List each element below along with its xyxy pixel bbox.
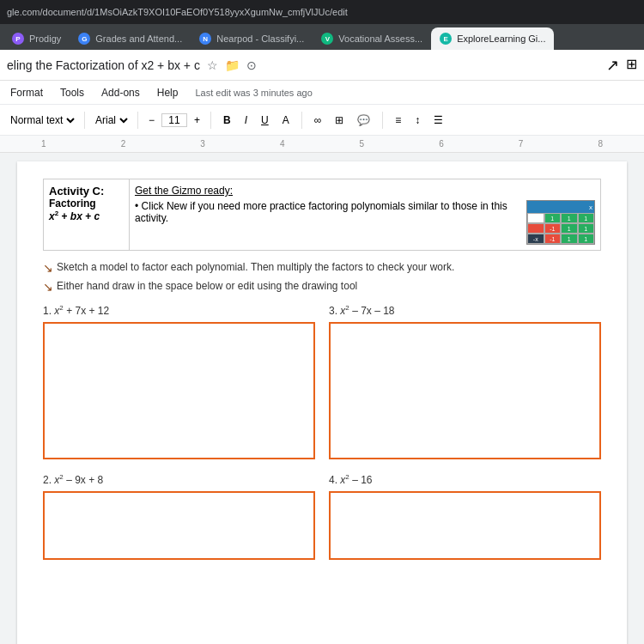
arrow-icon-1: ↘	[43, 261, 53, 275]
arrow-icon-2: ↘	[43, 280, 53, 294]
folder-icon[interactable]: 📁	[225, 58, 240, 72]
ruler-mark-7: 7	[519, 139, 524, 149]
tab-icon-explore: E	[440, 33, 452, 45]
font-select[interactable]: Arial	[92, 113, 131, 127]
gizmo-cell-2: 1	[544, 213, 562, 223]
gizmo-grid: 1 1 1 -1 1 1 -x -1 1	[527, 213, 594, 244]
tab-label-explore: ExploreLearning Gi...	[457, 33, 545, 44]
grid-icon[interactable]: ⊞	[626, 56, 637, 75]
font-increase-btn[interactable]: +	[191, 112, 204, 128]
problem-4-number: 4.	[329, 474, 337, 486]
problems-grid: 1. x2 + 7x + 12 3. x2 – 7x – 18	[43, 304, 601, 560]
tab-vocational[interactable]: V Vocational Assess...	[313, 27, 431, 50]
activity-instructions-cell: Get the Gizmo ready: • Click New if you …	[130, 179, 601, 251]
activity-subtitle: Factoring x2 + bx + c	[49, 197, 124, 222]
problem-4-label: 4. x2 – 16	[329, 473, 601, 486]
problem-2-box[interactable]	[43, 491, 315, 560]
bullet-icon: •	[135, 200, 142, 212]
problem-4-box[interactable]	[329, 491, 601, 560]
instruction-1-text: Sketch a model to factor each polynomial…	[57, 261, 454, 273]
text-style-select[interactable]: Normal text	[7, 113, 77, 127]
gizmo-cell-11: 1	[561, 234, 578, 244]
gizmo-image: x 1 1 1 -1 1 1	[526, 200, 595, 245]
gizmo-header: x	[527, 201, 594, 213]
ruler-mark-5: 5	[360, 139, 365, 149]
problem-3-number: 3.	[329, 305, 337, 317]
ruler-inner: 1 2 3 4 5 6 7 8	[7, 139, 637, 149]
tab-prodigy[interactable]: P Prodigy	[3, 27, 70, 50]
tab-nearpod[interactable]: N Nearpod - Classifyi...	[191, 27, 313, 50]
doc-title: eling the Factorization of x2 + bx + c	[7, 58, 200, 72]
tabs-bar: P Prodigy G Grades and Attend... N Nearp…	[0, 24, 644, 50]
doc-content: Activity C: Factoring x2 + bx + c Get th…	[0, 153, 644, 644]
italic-button[interactable]: I	[240, 112, 252, 128]
underline-button[interactable]: U	[256, 112, 274, 128]
problem-4-eq-rest: – 16	[349, 474, 373, 486]
gizmo-x-label: x	[589, 204, 592, 211]
problem-2-number: 2.	[43, 474, 52, 486]
tab-icon-nearpod: N	[199, 33, 211, 45]
menu-addons[interactable]: Add-ons	[98, 85, 143, 100]
gizmo-cell-6: -1	[544, 223, 562, 234]
tab-explore[interactable]: E ExploreLearning Gi...	[431, 27, 554, 50]
arrow-up-icon[interactable]: ↗	[606, 56, 619, 75]
problem-2-label: 2. x2 – 9x + 8	[43, 473, 315, 486]
instruction-2: ↘ Either hand draw in the space below or…	[43, 280, 601, 294]
gizmo-text: • Click New if you need more practice fa…	[135, 200, 519, 224]
problem-1: 1. x2 + 7x + 12	[43, 304, 315, 459]
toolbar-sep-1	[84, 112, 85, 129]
problem-1-eq-rest: + 7x + 12	[64, 305, 109, 317]
doc-page: Activity C: Factoring x2 + bx + c Get th…	[17, 161, 627, 644]
text-color-button[interactable]: A	[277, 112, 295, 128]
instruction-1: ↘ Sketch a model to factor each polynomi…	[43, 261, 601, 275]
problem-3: 3. x2 – 7x – 18	[329, 304, 601, 459]
gizmo-cell-9: -x	[527, 234, 544, 244]
tab-label-prodigy: Prodigy	[29, 33, 61, 44]
docs-icons: ☆ 📁 ⊙	[207, 58, 257, 72]
gizmo-cell-7: 1	[561, 223, 578, 234]
tab-icon-grades: G	[78, 33, 90, 45]
menu-help[interactable]: Help	[154, 85, 182, 100]
gizmo-cell-10: -1	[544, 234, 562, 244]
tab-grades[interactable]: G Grades and Attend...	[70, 27, 191, 50]
activity-table: Activity C: Factoring x2 + bx + c Get th…	[43, 179, 601, 251]
font-size-input[interactable]	[161, 113, 187, 127]
list-button[interactable]: ☰	[428, 112, 448, 128]
gizmo-cell-5	[527, 223, 544, 234]
gizmo-ready-label: Get the Gizmo ready:	[135, 185, 595, 197]
ruler-mark-4: 4	[280, 139, 285, 149]
last-edit-text: Last edit was 3 minutes ago	[195, 88, 312, 98]
tab-icon-prodigy: P	[12, 33, 24, 45]
gizmo-cell-12: 1	[578, 234, 595, 244]
line-spacing-button[interactable]: ↕	[410, 112, 425, 128]
docs-title-bar: eling the Factorization of x2 + bx + c ☆…	[0, 50, 644, 81]
activity-label-cell: Activity C: Factoring x2 + bx + c	[44, 179, 130, 251]
problem-4: 4. x2 – 16	[329, 473, 601, 560]
gizmo-cell-1	[527, 213, 544, 223]
equation-text: x2 + bx + c	[49, 210, 100, 222]
align-right-button[interactable]: ≡	[390, 112, 406, 128]
share-icon[interactable]: ⊙	[246, 58, 257, 72]
menu-format[interactable]: Format	[7, 85, 46, 100]
factoring-text: Factoring	[49, 197, 96, 210]
ruler-mark-3: 3	[200, 139, 205, 149]
link-button[interactable]: ∞	[309, 112, 327, 128]
font-decrease-btn[interactable]: −	[145, 112, 158, 128]
menu-tools[interactable]: Tools	[57, 85, 88, 100]
url-text: gle.com/document/d/1MsOiAzkT9XOI10FaEOf0…	[7, 7, 348, 17]
problem-1-box[interactable]	[43, 322, 315, 459]
problem-1-number: 1.	[43, 305, 52, 317]
gizmo-section: • Click New if you need more practice fa…	[135, 200, 595, 245]
problem-3-box[interactable]	[329, 322, 601, 459]
comment-button[interactable]: 💬	[352, 112, 375, 128]
toolbar-sep-5	[382, 112, 383, 129]
star-icon[interactable]: ☆	[207, 58, 218, 72]
image-button[interactable]: ⊞	[330, 112, 349, 128]
toolbar-sep-3	[210, 112, 211, 129]
problem-2: 2. x2 – 9x + 8	[43, 473, 315, 560]
bold-button[interactable]: B	[218, 112, 236, 128]
menu-bar: Format Tools Add-ons Help Last edit was …	[0, 81, 644, 105]
problem-3-eq-rest: – 7x – 18	[349, 305, 395, 317]
activity-label: Activity C:	[49, 185, 124, 197]
problem-1-label: 1. x2 + 7x + 12	[43, 304, 315, 317]
